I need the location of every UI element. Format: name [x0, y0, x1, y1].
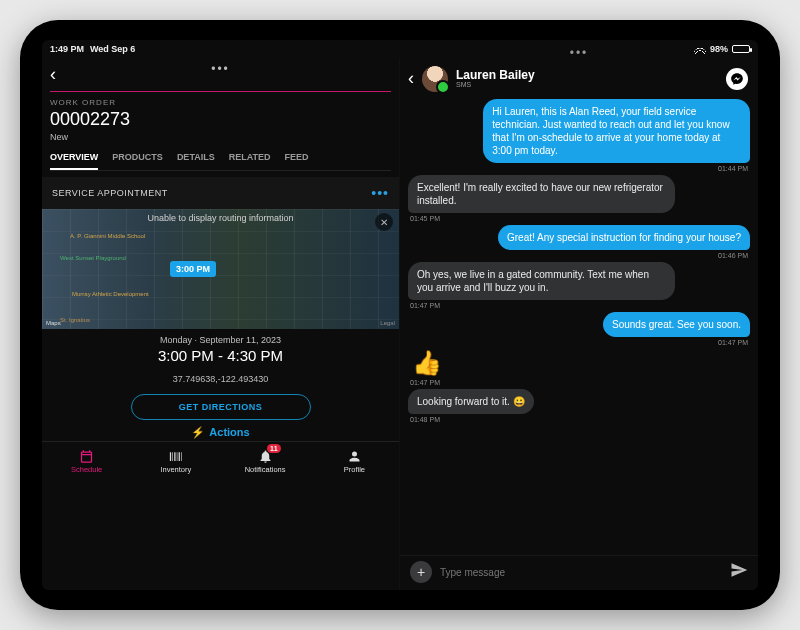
- nav-notifications[interactable]: 11 Notifications: [221, 442, 310, 481]
- send-button[interactable]: [730, 561, 748, 583]
- map[interactable]: Unable to display routing information ✕ …: [42, 209, 399, 329]
- person-icon: [347, 449, 362, 464]
- message-row: Looking forward to it. 😀01:48 PM: [408, 389, 750, 423]
- send-icon: [730, 561, 748, 579]
- right-more-icon[interactable]: •••: [570, 46, 589, 60]
- contact-name: Lauren Bailey: [456, 69, 535, 81]
- bolt-icon: ⚡: [191, 426, 205, 438]
- nav-profile[interactable]: Profile: [310, 442, 399, 481]
- battery-percent: 98%: [710, 44, 728, 54]
- appointment-coords: 37.749638,-122.493430: [50, 374, 391, 384]
- message-timestamp: 01:47 PM: [408, 379, 442, 386]
- notification-badge: 11: [267, 444, 281, 453]
- chat-messages[interactable]: Hi Lauren, this is Alan Reed, your field…: [400, 99, 758, 555]
- appointment-date: Monday · September 11, 2023: [50, 335, 391, 345]
- map-provider-badge: Maps: [46, 320, 61, 326]
- message-row: Sounds great. See you soon.01:47 PM: [408, 312, 750, 346]
- message-timestamp: 01:47 PM: [408, 302, 442, 309]
- composer: +: [400, 555, 758, 590]
- attach-button[interactable]: +: [410, 561, 432, 583]
- actions-button[interactable]: ⚡Actions: [50, 426, 391, 439]
- map-poi: West Sunset Playground: [60, 255, 126, 261]
- message-row: 👍01:47 PM: [408, 349, 750, 386]
- tab-products[interactable]: PRODUCTS: [112, 152, 163, 170]
- map-poi: A. P. Giannini Middle School: [70, 233, 145, 239]
- message-input[interactable]: [440, 567, 722, 578]
- nav-label: Notifications: [245, 465, 286, 474]
- back-button[interactable]: ‹: [50, 60, 56, 89]
- contact-channel: SMS: [456, 81, 535, 88]
- actions-label: Actions: [209, 426, 249, 438]
- message-bubble[interactable]: Sounds great. See you soon.: [603, 312, 750, 337]
- battery-icon: [732, 45, 750, 53]
- message-bubble[interactable]: Great! Any special instruction for findi…: [498, 225, 750, 250]
- map-error-text: Unable to display routing information: [42, 213, 399, 223]
- tab-details[interactable]: DETAILS: [177, 152, 215, 170]
- chat-back-button[interactable]: ‹: [408, 64, 414, 93]
- message-bubble[interactable]: Oh yes, we live in a gated community. Te…: [408, 262, 675, 300]
- message-row: Oh yes, we live in a gated community. Te…: [408, 262, 750, 309]
- reaction-emoji: 👍: [408, 349, 442, 377]
- chat-pane: ••• ‹ Lauren Bailey SMS Hi Lauren, this …: [400, 58, 758, 590]
- wo-tabs: OVERVIEW PRODUCTS DETAILS RELATED FEED: [50, 152, 391, 171]
- map-time-pin: 3:00 PM: [170, 261, 216, 277]
- map-poi: Murray Athletic Development: [72, 291, 149, 297]
- appointment-time-range: 3:00 PM - 4:30 PM: [50, 347, 391, 364]
- work-order-label: WORK ORDER: [50, 98, 391, 107]
- message-timestamp: 01:45 PM: [408, 215, 442, 222]
- message-row: Excellent! I'm really excited to have ou…: [408, 175, 750, 222]
- message-row: Hi Lauren, this is Alan Reed, your field…: [408, 99, 750, 172]
- work-order-status: New: [50, 132, 391, 142]
- get-directions-button[interactable]: GET DIRECTIONS: [131, 394, 311, 420]
- message-timestamp: 01:46 PM: [716, 252, 750, 259]
- messenger-icon[interactable]: [726, 68, 748, 90]
- service-appointment-title: SERVICE APPOINTMENT: [52, 188, 168, 198]
- bottom-nav: Schedule Inventory 11 Notifications Prof…: [42, 441, 399, 481]
- ipad-frame: 1:49 PM Wed Sep 6 98% ••• ‹ WORK ORDER 0…: [20, 20, 780, 610]
- appointment-more-icon[interactable]: •••: [371, 185, 389, 201]
- appointment-details: Monday · September 11, 2023 3:00 PM - 4:…: [42, 329, 399, 441]
- status-bar: 1:49 PM Wed Sep 6 98%: [42, 40, 758, 58]
- message-bubble[interactable]: Excellent! I'm really excited to have ou…: [408, 175, 675, 213]
- nav-label: Schedule: [71, 465, 102, 474]
- wifi-icon: [694, 45, 706, 54]
- work-order-number: 00002273: [50, 109, 391, 130]
- nav-label: Inventory: [160, 465, 191, 474]
- nav-label: Profile: [344, 465, 365, 474]
- tab-overview[interactable]: OVERVIEW: [50, 152, 98, 170]
- message-timestamp: 01:44 PM: [716, 165, 750, 172]
- left-more-icon[interactable]: •••: [211, 62, 230, 76]
- status-time: 1:49 PM: [50, 44, 84, 54]
- nav-inventory[interactable]: Inventory: [131, 442, 220, 481]
- message-bubble[interactable]: Hi Lauren, this is Alan Reed, your field…: [483, 99, 750, 163]
- message-timestamp: 01:47 PM: [716, 339, 750, 346]
- message-row: Great! Any special instruction for findi…: [408, 225, 750, 259]
- tab-related[interactable]: RELATED: [229, 152, 271, 170]
- map-close-button[interactable]: ✕: [375, 213, 393, 231]
- avatar[interactable]: [422, 66, 448, 92]
- status-date: Wed Sep 6: [90, 44, 135, 54]
- map-poi: St. Ignatius: [60, 317, 90, 323]
- service-appointment-header: SERVICE APPOINTMENT •••: [42, 177, 399, 209]
- barcode-icon: [168, 449, 183, 464]
- screen: 1:49 PM Wed Sep 6 98% ••• ‹ WORK ORDER 0…: [42, 40, 758, 590]
- message-bubble[interactable]: Looking forward to it. 😀: [408, 389, 534, 414]
- accent-divider: [50, 91, 391, 92]
- message-timestamp: 01:48 PM: [408, 416, 442, 423]
- map-legal-link[interactable]: Legal: [380, 320, 395, 326]
- nav-schedule[interactable]: Schedule: [42, 442, 131, 481]
- work-order-pane: ••• ‹ WORK ORDER 00002273 New OVERVIEW P…: [42, 58, 400, 590]
- calendar-icon: [79, 449, 94, 464]
- tab-feed[interactable]: FEED: [285, 152, 309, 170]
- chat-header: ••• ‹ Lauren Bailey SMS: [400, 58, 758, 99]
